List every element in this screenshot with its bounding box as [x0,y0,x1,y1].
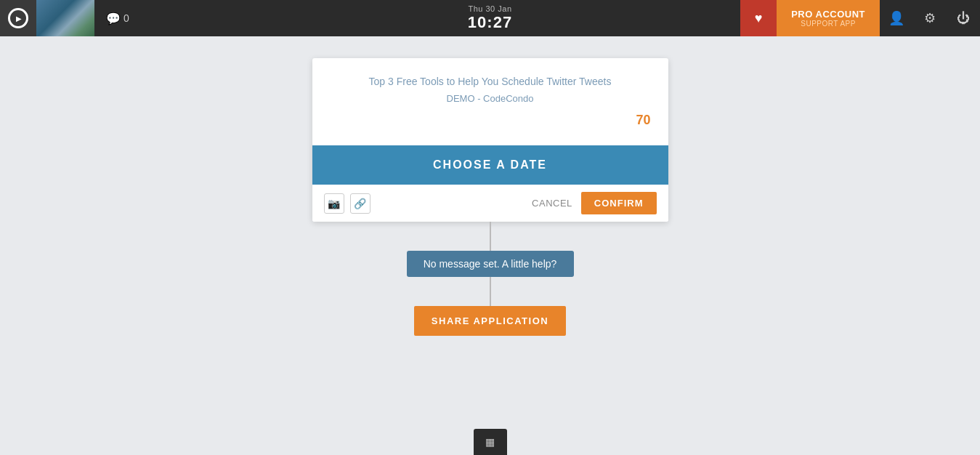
gear-icon: ⚙ [924,10,936,26]
message-tooltip: No message set. A little help? [407,251,574,277]
pro-account-button[interactable]: PRO ACCOUNT SUPPORT APP [777,0,880,36]
clock-display: Thu 30 Jan 10:27 [468,4,512,32]
power-button[interactable]: ⏻ [947,0,980,36]
settings-button[interactable]: ⚙ [913,0,947,36]
heart-icon: ♥ [755,11,763,26]
instagram-icon: 📷 [328,198,340,209]
confirm-button[interactable]: CONFIRM [581,192,657,214]
pro-account-label: PRO ACCOUNT [791,9,865,20]
chat-count: 0 [123,12,129,24]
connector-line-1 [490,222,491,251]
bottom-grid-icon[interactable]: ▦ [474,429,507,455]
logo-button[interactable] [0,0,36,36]
choose-date-button[interactable]: CHOOSE A DATE [312,145,668,185]
cancel-button[interactable]: CANCEL [532,198,572,209]
card-actions: CANCEL CONFIRM [532,192,656,214]
chat-icon: 💬 [106,12,121,25]
card-subtitle: DEMO - CodeCondo [330,93,651,104]
link-icon: 🔗 [354,198,366,209]
main-content: Top 3 Free Tools to Help You Schedule Tw… [0,36,980,455]
link-icon-button[interactable]: 🔗 [350,193,370,214]
nav-left: 💬 0 [0,0,141,36]
card-icons: 📷 🔗 [324,193,370,214]
topnav: 💬 0 Thu 30 Jan 10:27 ♥ PRO ACCOUNT SUPPO… [0,0,980,36]
logo-icon [8,8,28,28]
user-icon: 👤 [888,10,904,26]
instagram-icon-button[interactable]: 📷 [324,193,344,214]
grid-icon: ▦ [485,436,495,448]
thumbnail-image [36,0,94,36]
card-score: 70 [330,113,651,128]
share-application-button[interactable]: SHARE APPLICATION [414,306,566,336]
support-app-label: SUPPORT APP [801,20,856,28]
schedule-card: Top 3 Free Tools to Help You Schedule Tw… [312,58,668,222]
card-title: Top 3 Free Tools to Help You Schedule Tw… [330,76,651,87]
chat-badge[interactable]: 💬 0 [94,12,141,25]
connector-line-2 [490,277,491,306]
heart-button[interactable]: ♥ [740,0,777,36]
time-display: 10:27 [468,13,512,32]
power-icon: ⏻ [957,11,970,26]
date-display: Thu 30 Jan [468,4,512,13]
nav-right: ♥ PRO ACCOUNT SUPPORT APP 👤 ⚙ ⏻ [740,0,980,36]
card-body: Top 3 Free Tools to Help You Schedule Tw… [312,58,668,145]
card-footer: 📷 🔗 CANCEL CONFIRM [312,185,668,222]
user-button[interactable]: 👤 [880,0,913,36]
